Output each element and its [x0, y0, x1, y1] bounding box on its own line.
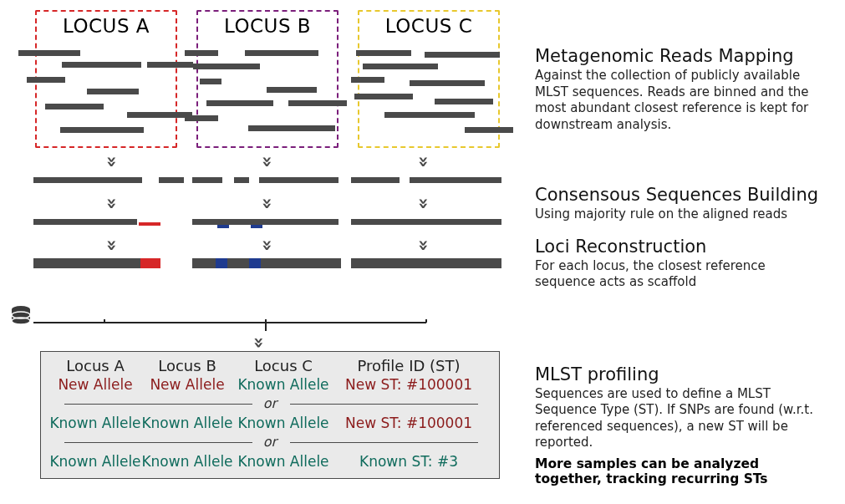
locus-a-title: LOCUS A	[37, 12, 176, 37]
step-reconstruction: Loci Reconstruction For each locus, the …	[535, 237, 827, 291]
reads-mapping-row: LOCUS A LOCUS B LOCUS C	[33, 10, 501, 148]
arrow-row-3: » » »	[33, 232, 501, 255]
step-desc: Using majority rule on the aligned reads	[535, 206, 827, 223]
locus-c-box: LOCUS C	[358, 10, 500, 148]
down-arrow-icon: »	[102, 239, 120, 248]
down-arrow-icon: »	[415, 197, 433, 206]
step-desc: Against the collection of publicly avail…	[535, 68, 827, 133]
profile-row: New Allele New Allele Known Allele New S…	[49, 374, 491, 395]
down-arrow-icon: »	[249, 337, 270, 346]
database-icon	[10, 305, 32, 332]
consensus-row	[33, 175, 501, 186]
step-profiling: MLST profiling Sequences are used to def…	[535, 364, 827, 486]
profile-table: Locus A Locus B Locus C Profile ID (ST) …	[40, 351, 500, 479]
arrow-row-1: » » »	[33, 148, 501, 171]
step-bold-note: More samples can be analyzed together, t…	[535, 456, 827, 486]
step-mapping: Metagenomic Reads Mapping Against the co…	[535, 46, 827, 133]
down-arrow-icon: »	[258, 197, 277, 206]
step-title: MLST profiling	[535, 364, 827, 384]
locus-c-title: LOCUS C	[359, 12, 498, 37]
profile-row: Known Allele Known Allele Known Allele N…	[49, 413, 491, 433]
down-arrow-icon: »	[258, 155, 277, 165]
loci-recon-thick-row	[33, 258, 501, 270]
header-locus-c: Locus C	[233, 357, 333, 374]
or-separator: or	[49, 395, 491, 412]
step-title: Loci Reconstruction	[535, 237, 827, 257]
connector-lines	[33, 319, 485, 336]
arrow-row-2: » » »	[33, 190, 501, 213]
header-locus-a: Locus A	[49, 357, 141, 374]
down-arrow-icon: »	[415, 155, 433, 165]
steps-descriptions: Metagenomic Reads Mapping Against the co…	[535, 46, 827, 501]
down-arrow-icon: »	[102, 155, 120, 165]
step-consensus: Consensous Sequences Building Using majo…	[535, 185, 827, 223]
locus-a-box: LOCUS A	[35, 10, 177, 148]
down-arrow-icon: »	[415, 239, 433, 248]
header-profile-id: Profile ID (ST)	[333, 357, 484, 374]
loci-recon-thin-row	[33, 216, 501, 228]
down-arrow-icon: »	[258, 239, 277, 248]
profile-row: Known Allele Known Allele Known Allele K…	[49, 451, 491, 471]
pipeline-diagram: LOCUS A LOCUS B LOCUS C	[33, 10, 510, 273]
down-arrow-icon: »	[102, 197, 120, 206]
step-desc: For each locus, the closest reference se…	[535, 258, 827, 291]
or-separator: or	[49, 434, 491, 451]
header-locus-b: Locus B	[141, 357, 233, 374]
locus-b-box: LOCUS B	[196, 10, 339, 148]
step-title: Metagenomic Reads Mapping	[535, 46, 827, 66]
profile-header-row: Locus A Locus B Locus C Profile ID (ST)	[49, 357, 491, 374]
locus-b-title: LOCUS B	[198, 12, 337, 37]
step-desc: Sequences are used to define a MLST Sequ…	[535, 386, 827, 451]
step-title: Consensous Sequences Building	[535, 185, 827, 205]
